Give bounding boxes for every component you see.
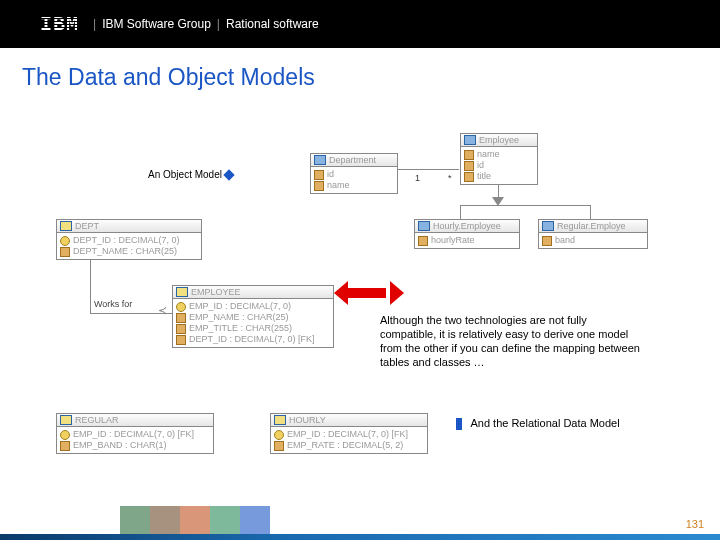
table-icon bbox=[274, 415, 286, 425]
db-table-employee: EMPLOYEE EMP_ID : DECIMAL(7, 0) EMP_NAME… bbox=[172, 285, 334, 348]
db-table-dept: DEPT DEPT_ID : DECIMAL(7, 0) DEPT_NAME :… bbox=[56, 219, 202, 260]
header-bar: IBM | IBM Software Group | Rational soft… bbox=[0, 0, 720, 48]
fk-line bbox=[90, 259, 91, 313]
relationship-label: Works for bbox=[94, 299, 132, 309]
ibm-logo: IBM bbox=[40, 13, 79, 36]
pk-icon bbox=[176, 302, 186, 312]
table-icon bbox=[60, 415, 72, 425]
object-model-label: An Object Model bbox=[148, 169, 237, 180]
crowfoot-icon: ≺ bbox=[158, 304, 167, 317]
attr-icon bbox=[464, 150, 474, 160]
class-icon bbox=[418, 221, 430, 231]
uml-class-hourly-employee: Hourly.Employee hourlyRate bbox=[414, 219, 520, 249]
relational-model-label: And the Relational Data Model bbox=[456, 417, 620, 430]
class-icon bbox=[314, 155, 326, 165]
header-group: IBM Software Group bbox=[102, 17, 211, 31]
page-title: The Data and Object Models bbox=[0, 48, 720, 91]
cardinality-many: * bbox=[448, 173, 452, 183]
table-icon bbox=[176, 287, 188, 297]
bullet-icon bbox=[456, 418, 462, 430]
footer: 131 bbox=[0, 534, 720, 540]
class-icon bbox=[464, 135, 476, 145]
association-line bbox=[397, 169, 459, 170]
attr-icon bbox=[542, 236, 552, 246]
col-icon bbox=[274, 441, 284, 451]
col-icon bbox=[60, 247, 70, 257]
cardinality-one: 1 bbox=[415, 173, 420, 183]
table-icon bbox=[60, 221, 72, 231]
bullet-icon bbox=[223, 170, 234, 181]
diagram-canvas: An Object Model Department id name Emplo… bbox=[0, 91, 720, 511]
pk-icon bbox=[274, 430, 284, 440]
divider-icon: | bbox=[93, 17, 96, 31]
attr-icon bbox=[464, 161, 474, 171]
attr-icon bbox=[418, 236, 428, 246]
uml-class-department: Department id name bbox=[310, 153, 398, 194]
uml-class-employee: Employee name id title bbox=[460, 133, 538, 185]
mapping-arrow-icon bbox=[334, 281, 404, 305]
col-icon bbox=[176, 335, 186, 345]
pk-icon bbox=[60, 236, 70, 246]
col-icon bbox=[60, 441, 70, 451]
col-icon bbox=[176, 324, 186, 334]
col-icon bbox=[176, 313, 186, 323]
pk-icon bbox=[60, 430, 70, 440]
header-product: Rational software bbox=[226, 17, 319, 31]
attr-icon bbox=[314, 181, 324, 191]
gen-line bbox=[460, 205, 590, 206]
page-number: 131 bbox=[686, 518, 704, 530]
class-icon bbox=[542, 221, 554, 231]
uml-class-regular-employee: Regular.Employe band bbox=[538, 219, 648, 249]
attr-icon bbox=[314, 170, 324, 180]
db-table-regular: REGULAR EMP_ID : DECIMAL(7, 0) [FK] EMP_… bbox=[56, 413, 214, 454]
gen-line bbox=[460, 205, 461, 219]
footer-decoration bbox=[120, 506, 270, 534]
gen-line bbox=[590, 205, 591, 219]
db-table-hourly: HOURLY EMP_ID : DECIMAL(7, 0) [FK] EMP_R… bbox=[270, 413, 428, 454]
divider-icon: | bbox=[217, 17, 220, 31]
footer-bar bbox=[0, 534, 720, 540]
note-text: Although the two technologies are not fu… bbox=[380, 313, 640, 369]
attr-icon bbox=[464, 172, 474, 182]
